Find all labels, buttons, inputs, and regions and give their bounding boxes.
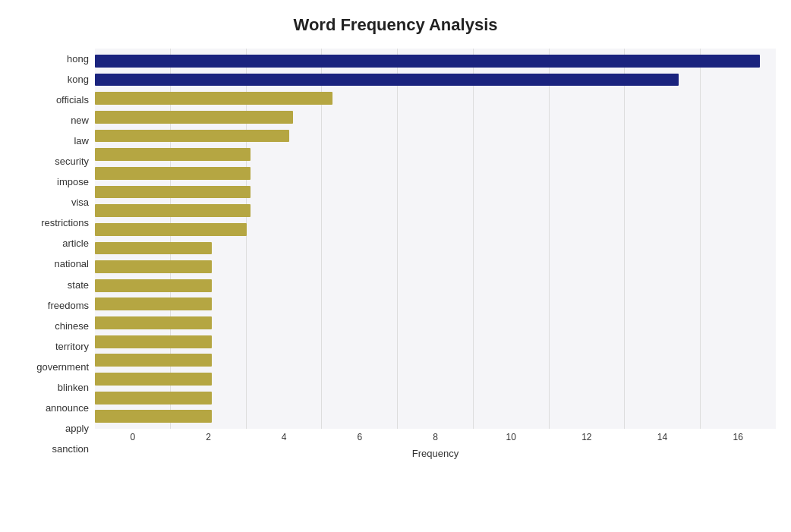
x-tick-label: 8 <box>398 432 474 446</box>
y-label: visa <box>15 197 89 207</box>
y-label: hong <box>15 54 89 64</box>
y-label: blinken <box>15 382 89 392</box>
bar <box>95 74 679 87</box>
bar <box>95 392 212 405</box>
y-label: law <box>15 136 89 146</box>
bar-row <box>95 407 776 426</box>
bar-row <box>95 313 776 332</box>
x-axis: 0246810121416 Frequency <box>95 429 776 459</box>
bar <box>95 297 212 310</box>
bar <box>95 167 251 180</box>
chart-container: Word Frequency Analysis hongkongofficial… <box>0 0 791 532</box>
x-tick-label: 6 <box>322 432 398 446</box>
y-label: new <box>15 115 89 125</box>
bar-row <box>95 108 776 127</box>
bar <box>95 223 247 236</box>
x-tick-label: 14 <box>625 432 701 446</box>
y-label: state <box>15 280 89 290</box>
bar-row <box>95 257 776 276</box>
y-label: national <box>15 259 89 269</box>
x-tick-labels: 0246810121416 <box>95 432 776 446</box>
bars-and-xaxis: 0246810121416 Frequency <box>95 49 776 459</box>
y-label: restrictions <box>15 218 89 228</box>
y-label: government <box>15 362 89 372</box>
y-label: apply <box>15 423 89 433</box>
bars-inner <box>95 49 776 429</box>
chart-area: hongkongofficialsnewlawsecurityimposevis… <box>15 49 776 459</box>
bar-row <box>95 201 776 220</box>
bar <box>95 410 212 423</box>
y-labels: hongkongofficialsnewlawsecurityimposevis… <box>15 49 95 459</box>
x-tick-label: 4 <box>246 432 322 446</box>
bar <box>95 55 760 68</box>
y-label: article <box>15 238 89 248</box>
y-label: territory <box>15 342 89 351</box>
bar <box>95 335 212 348</box>
x-tick-label: 10 <box>473 432 549 446</box>
bar-row <box>95 351 776 370</box>
x-tick-label: 2 <box>171 432 247 446</box>
bar <box>95 316 212 329</box>
chart-title: Word Frequency Analysis <box>15 15 776 35</box>
y-label: freedoms <box>15 301 89 310</box>
bar-row <box>95 389 776 408</box>
bar <box>95 204 251 217</box>
x-tick-label: 16 <box>700 432 776 446</box>
bar-row <box>95 276 776 295</box>
y-label: officials <box>15 95 89 105</box>
bar-row <box>95 89 776 108</box>
y-label: announce <box>15 403 89 413</box>
x-tick-label: 0 <box>95 432 171 446</box>
x-tick-label: 12 <box>549 432 625 446</box>
bar-row <box>95 332 776 351</box>
bar <box>95 373 212 386</box>
bar <box>95 130 289 143</box>
y-label: kong <box>15 74 89 84</box>
bar <box>95 148 251 161</box>
bar-row <box>95 145 776 164</box>
bar-row <box>95 71 776 90</box>
bar <box>95 260 212 273</box>
bar <box>95 92 332 105</box>
bars-area <box>95 49 776 429</box>
y-label: chinese <box>15 321 89 331</box>
bar <box>95 111 293 124</box>
bar-row <box>95 164 776 183</box>
bar <box>95 186 251 199</box>
bar <box>95 279 212 292</box>
bar-row <box>95 295 776 314</box>
bar-row <box>95 370 776 389</box>
bar-row <box>95 52 776 71</box>
x-axis-label: Frequency <box>95 448 776 459</box>
y-label: sanction <box>15 444 89 454</box>
bar-row <box>95 183 776 202</box>
bar-row <box>95 239 776 258</box>
bar <box>95 354 212 367</box>
bar-row <box>95 127 776 146</box>
bar <box>95 242 212 255</box>
bar-row <box>95 220 776 239</box>
y-label: impose <box>15 177 89 187</box>
y-label: security <box>15 156 89 166</box>
